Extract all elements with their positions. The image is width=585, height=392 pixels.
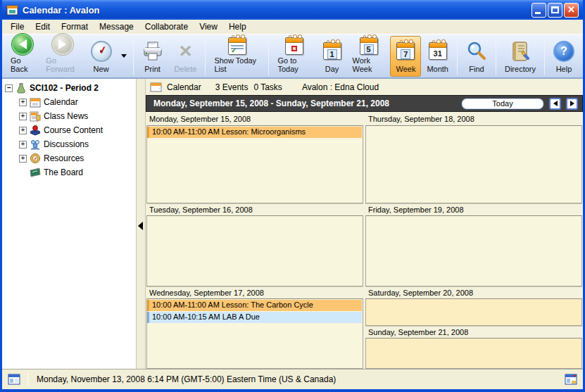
expand-plus-icon[interactable]: + (19, 113, 27, 120)
new-button[interactable]: New (85, 36, 118, 77)
flask-icon (15, 82, 27, 94)
day-body[interactable] (365, 215, 582, 286)
day-body[interactable]: 10:00 AM-11:00 AM Lesson: Microorganisms (146, 125, 363, 203)
people-icon (30, 139, 41, 150)
calendar-event[interactable]: 10:00 AM-11:00 AM Lesson: Microorganisms (147, 127, 362, 138)
day-view-button[interactable]: 1 Day (317, 36, 347, 77)
day-header: Wednesday, September 17, 2008 (146, 286, 363, 298)
printer-icon (142, 42, 163, 61)
day-body[interactable] (365, 298, 582, 326)
month-calendar-icon: 31 (429, 42, 447, 60)
expand-plus-icon[interactable]: + (19, 127, 27, 134)
toolbar-separator (457, 37, 458, 75)
go-to-today-icon (285, 37, 303, 55)
go-back-icon (12, 34, 33, 55)
day-saturday: Saturday, September 20, 2008 (365, 286, 582, 326)
sidebar-item-resources[interactable]: + Resources (2, 151, 136, 165)
sidebar-root-sci102[interactable]: − SCI102 - Period 2 (2, 81, 136, 95)
menu-view[interactable]: View (194, 20, 223, 33)
print-button[interactable]: Print (137, 36, 169, 77)
app-calendar-icon (6, 4, 19, 15)
title-bar: Calendar : Avalon ✕ (2, 0, 583, 20)
day-calendar-icon: 1 (323, 42, 341, 60)
day-body[interactable] (146, 215, 363, 286)
day-header: Monday, September 15, 2008 (146, 113, 363, 125)
directory-button[interactable]: Directory (499, 36, 541, 77)
today-button[interactable]: Today (461, 98, 544, 110)
minimize-button[interactable] (531, 3, 546, 18)
month-view-button[interactable]: 31 Month (421, 36, 454, 77)
delete-x-icon: ✕ (178, 43, 192, 60)
previous-week-button[interactable] (549, 98, 561, 110)
infobar-title: Calendar (167, 82, 201, 92)
compass-icon (30, 153, 41, 164)
work-week-view-button[interactable]: 5 Work Week (347, 36, 391, 77)
directory-book-icon (510, 41, 531, 62)
menu-file[interactable]: File (5, 20, 30, 33)
expand-plus-icon[interactable]: + (19, 99, 27, 106)
toolbar-separator (544, 37, 545, 75)
day-body[interactable]: 10:00 AM-11:00 AM Lesson: The Carbon Cyc… (146, 298, 363, 369)
day-body[interactable] (365, 125, 582, 203)
events-count: 3 Events (215, 82, 249, 92)
go-back-button[interactable]: Go Back (5, 36, 40, 77)
maximize-button[interactable] (548, 3, 562, 18)
week-range-bar: Monday, September 15, 2008 - Sunday, Sep… (146, 95, 583, 112)
menu-collaborate[interactable]: Collaborate (139, 20, 194, 33)
day-header: Tuesday, September 16, 2008 (146, 203, 363, 215)
toolbar-separator (496, 37, 496, 75)
split-view-icon[interactable] (8, 374, 20, 385)
day-friday: Friday, September 19, 2008 (365, 203, 582, 286)
work-week-calendar-icon: 5 (360, 37, 378, 55)
menu-format[interactable]: Format (56, 20, 94, 33)
today-list-icon: ✓ (228, 37, 246, 55)
menu-help[interactable]: Help (223, 20, 252, 33)
window-title: Calendar : Avalon (23, 5, 100, 15)
week-view-button[interactable]: 7 Week (390, 36, 421, 77)
newspaper-icon (30, 110, 41, 122)
status-bar: Monday, November 13, 2008 6:14 PM (GMT-5… (2, 369, 583, 389)
toolbar: Go Back Go Forward New Pri (2, 34, 583, 79)
day-header: Friday, September 19, 2008 (365, 203, 582, 215)
pane-splitter[interactable] (136, 79, 145, 369)
splitter-collapse-icon[interactable] (138, 222, 143, 230)
menu-bar: File Edit Format Message Collaborate Vie… (2, 20, 583, 34)
sidebar-item-class-news[interactable]: + Class News (2, 109, 136, 123)
sidebar-item-the-board[interactable]: The Board (2, 165, 136, 179)
calendar-event[interactable]: 10:00 AM-10:15 AM LAB A Due (147, 312, 362, 323)
expand-plus-icon[interactable]: + (19, 155, 27, 163)
day-header: Thursday, September 18, 2008 (365, 113, 582, 125)
sidebar-item-calendar[interactable]: + Calendar (2, 95, 136, 109)
app-window: Calendar : Avalon ✕ File Edit Format Mes… (0, 0, 585, 392)
window-frame-bottom (2, 389, 583, 392)
server-user-context: Avalon : Edna Cloud (302, 82, 379, 92)
chevron-right-icon (570, 101, 574, 106)
collapse-minus-icon[interactable]: − (5, 84, 13, 92)
day-wednesday: Wednesday, September 17, 2008 10:00 AM-1… (146, 286, 363, 369)
new-dropdown-button[interactable] (118, 36, 130, 77)
calendar-event[interactable]: 10:00 AM-11:00 AM Lesson: The Carbon Cyc… (147, 300, 362, 311)
help-button[interactable]: ? Help (548, 36, 580, 77)
panel-layout-icon[interactable] (565, 374, 577, 385)
day-body[interactable] (365, 338, 582, 369)
go-to-today-button[interactable]: Go to Today (272, 36, 317, 77)
next-week-button[interactable] (566, 98, 578, 110)
calendar-page-icon (150, 82, 163, 92)
week-grid-right-column: Thursday, September 18, 2008 Friday, Sep… (365, 113, 582, 368)
status-datetime: Monday, November 13, 2008 6:14 PM (GMT-5… (37, 374, 336, 384)
calendar-icon (30, 96, 41, 108)
show-today-list-button[interactable]: ✓ Show Today List (208, 36, 265, 77)
menu-message[interactable]: Message (94, 20, 139, 33)
week-range-label: Monday, September 15, 2008 - Sunday, Sep… (153, 99, 389, 108)
week-grid-left-column: Monday, September 15, 2008 10:00 AM-11:0… (146, 113, 363, 368)
sidebar-item-course-content[interactable]: + Course Content (2, 123, 136, 137)
toolbar-separator (133, 37, 134, 75)
chalkboard-icon (30, 167, 41, 178)
menu-edit[interactable]: Edit (30, 20, 56, 33)
close-button[interactable]: ✕ (564, 3, 579, 18)
day-monday: Monday, September 15, 2008 10:00 AM-11:0… (146, 113, 363, 203)
sidebar-item-discussions[interactable]: + Discussions (2, 137, 136, 151)
main-area: − SCI102 - Period 2 + Calendar + (2, 79, 583, 369)
expand-plus-icon[interactable]: + (19, 141, 27, 148)
find-button[interactable]: Find (460, 36, 493, 77)
